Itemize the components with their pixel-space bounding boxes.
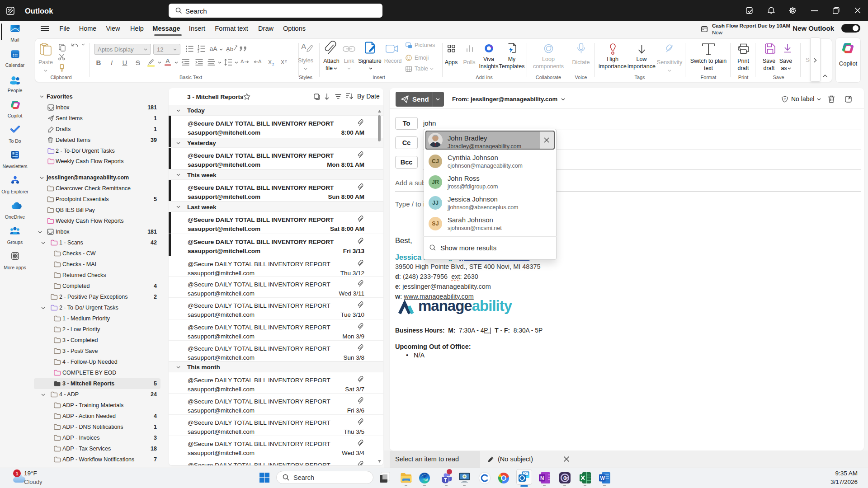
svg-text:2: 2	[285, 59, 287, 63]
svg-text:2: 2	[272, 62, 274, 66]
svg-text:N: N	[540, 475, 544, 481]
svg-text:A: A	[258, 59, 262, 64]
svg-text:?: ?	[784, 97, 786, 101]
svg-text:X: X	[268, 59, 272, 66]
svg-text:G: G	[563, 476, 567, 481]
svg-text:A: A	[241, 59, 244, 64]
svg-text:X: X	[281, 59, 284, 66]
svg-text:W: W	[600, 475, 605, 481]
svg-text:A: A	[301, 42, 307, 51]
